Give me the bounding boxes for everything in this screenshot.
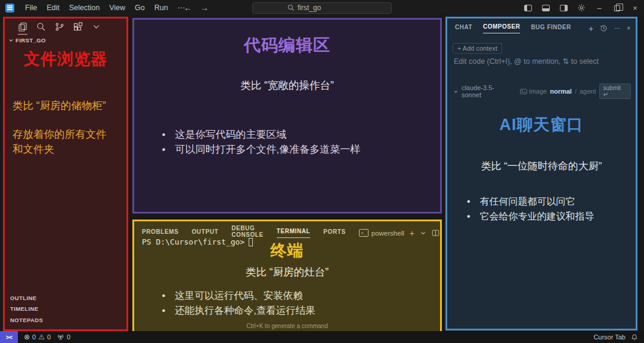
image-label: image: [529, 88, 547, 95]
warning-icon: ⚠: [38, 333, 45, 341]
tab-terminal[interactable]: TERMINAL: [277, 228, 310, 238]
editor-bullet-2: 可以同时打开多个文件,像准备多道菜一样: [175, 142, 360, 157]
sidebar-search-icon[interactable]: [36, 22, 46, 32]
extensions-icon[interactable]: [73, 22, 83, 32]
editor-analogy-text: 类比 “宽敞的操作台”: [134, 78, 440, 92]
ports-status[interactable]: 0: [57, 333, 70, 341]
chat-annotation-title: AI聊天窗口: [447, 114, 636, 135]
chat-more-icon[interactable]: ⋯: [614, 25, 620, 32]
chat-bullet-2: 它会给你专业的建议和指导: [480, 209, 595, 224]
terminal-bullet-1: 这里可以运行代码、安装依赖: [175, 288, 303, 303]
shell-label: powershell: [371, 230, 404, 237]
source-control-icon[interactable]: [55, 22, 64, 32]
bullet-icon: •: [162, 303, 166, 318]
submit-button[interactable]: submit ↵: [599, 84, 631, 99]
bullet-icon: •: [467, 194, 470, 209]
search-icon: [287, 4, 295, 11]
forward-icon[interactable]: →: [200, 3, 209, 13]
shell-selector[interactable]: >_ powershell: [359, 229, 404, 237]
search-input[interactable]: first_go: [252, 2, 392, 14]
ai-chat-annotation-zone: CHAT COMPOSER BUG FINDER + ⋯ × + Add con…: [445, 17, 637, 330]
model-chevron-icon: [453, 89, 459, 94]
warning-count: 0: [47, 333, 51, 341]
menu-view[interactable]: View: [104, 0, 130, 16]
chat-bullet-1: 有任何问题都可以问它: [480, 194, 575, 209]
toggle-left-panel-icon[interactable]: [519, 0, 537, 16]
editor-bullet-list: •这是你写代码的主要区域 •可以同时打开多个文件,像准备多道菜一样: [134, 127, 440, 157]
bell-icon[interactable]: [631, 333, 638, 341]
terminal-annotation-title: 终端: [134, 240, 440, 261]
problems-status[interactable]: ⊗ 0 ⚠ 0: [24, 333, 51, 341]
mode-agent[interactable]: agent: [580, 88, 596, 95]
attach-image-button[interactable]: image: [520, 88, 547, 95]
close-button[interactable]: ×: [626, 0, 644, 16]
error-count: 0: [32, 333, 36, 341]
folder-chevron-icon: [8, 38, 14, 43]
bullet-icon: •: [162, 142, 166, 157]
terminal-analogy-text: 类比 “厨房的灶台”: [134, 265, 440, 279]
status-bar: >< ⊗ 0 ⚠ 0 0 Cursor Tab: [0, 331, 644, 343]
timeline-section[interactable]: TIMELINE: [10, 304, 43, 315]
tab-output[interactable]: OUTPUT: [191, 228, 218, 238]
editor-annotation-title: 代码编辑区: [134, 34, 440, 57]
editor-annotation-zone: 代码编辑区 类比 “宽敞的操作台” •这是你写代码的主要区域 •可以同时打开多个…: [132, 18, 442, 214]
menu-file[interactable]: File: [20, 0, 42, 16]
ports-count: 0: [67, 333, 70, 341]
search-value: first_go: [298, 4, 321, 12]
tab-ports[interactable]: PORTS: [323, 228, 345, 238]
chat-bullet-list: •有任何问题都可以问它 •它会给你专业的建议和指导: [447, 194, 636, 224]
remote-indicator[interactable]: ><: [0, 331, 18, 343]
explorer-analogy-text: 类比 “厨房的储物柜”: [13, 98, 106, 113]
tab-bug-finder[interactable]: BUG FINDER: [531, 24, 571, 33]
add-context-button[interactable]: + Add context: [453, 43, 502, 54]
chat-close-icon[interactable]: ×: [627, 25, 630, 32]
mode-normal[interactable]: normal: [550, 88, 572, 95]
restore-button[interactable]: [608, 0, 626, 16]
explorer-annotation-zone: FIRST_GO 文件浏览器 类比 “厨房的储物柜” 存放着你的所有文件 和文件…: [3, 17, 128, 331]
broadcast-icon: [57, 333, 64, 341]
app-logo-icon[interactable]: [5, 4, 14, 13]
menu-edit[interactable]: Edit: [42, 0, 64, 16]
menu-selection[interactable]: Selection: [64, 0, 104, 16]
toggle-bottom-panel-icon[interactable]: [537, 0, 555, 16]
image-icon: [520, 88, 527, 95]
explorer-files-icon[interactable]: [18, 22, 27, 35]
settings-gear-icon[interactable]: [572, 0, 590, 16]
terminal-bullet-list: •这里可以运行代码、安装依赖 •还能执行各种命令,查看运行结果: [134, 288, 440, 318]
history-icon[interactable]: [600, 24, 608, 32]
chevron-down-icon[interactable]: [92, 22, 101, 31]
terminal-bullet-2: 还能执行各种命令,查看运行结果: [175, 303, 315, 318]
toggle-right-panel-icon[interactable]: [555, 0, 572, 16]
explorer-description-text: 存放着你的所有文件 和文件夹: [13, 127, 107, 157]
terminal-dropdown-icon[interactable]: [420, 230, 426, 236]
tab-chat[interactable]: CHAT: [455, 24, 472, 33]
tab-problems[interactable]: PROBLEMS: [142, 228, 178, 238]
notepads-section[interactable]: NOTEPADS: [10, 315, 43, 326]
bullet-icon: •: [162, 127, 166, 142]
minimize-button[interactable]: –: [590, 0, 608, 16]
editor-bullet-1: 这是你写代码的主要区域: [175, 127, 286, 142]
cursor-tab-status[interactable]: Cursor Tab: [593, 333, 626, 341]
split-terminal-icon[interactable]: [432, 229, 439, 237]
outline-section[interactable]: OUTLINE: [10, 293, 43, 304]
menu-run[interactable]: Run: [150, 0, 173, 16]
bullet-icon: •: [467, 209, 470, 224]
powershell-icon: >_: [359, 229, 369, 237]
terminal-annotation-zone: PROBLEMS OUTPUT DEBUG CONSOLE TERMINAL P…: [132, 220, 442, 333]
project-folder-label: FIRST_GO: [16, 37, 46, 44]
back-icon[interactable]: ←: [184, 3, 192, 13]
new-terminal-icon[interactable]: +: [410, 228, 414, 238]
composer-input-placeholder[interactable]: Edit code (Ctrl+I), @ to mention, ⇅ to s…: [454, 57, 599, 66]
new-chat-icon[interactable]: +: [589, 24, 593, 33]
error-icon: ⊗: [24, 333, 30, 341]
tab-composer[interactable]: COMPOSER: [483, 23, 520, 33]
project-folder-header[interactable]: FIRST_GO: [8, 37, 46, 44]
chat-analogy-text: 类比 “一位随时待命的大厨”: [447, 159, 636, 173]
bullet-icon: •: [162, 288, 166, 303]
terminal-ctrl-k-hint: Ctrl+K to generate a command: [134, 323, 440, 329]
title-bar: File Edit Selection View Go Run ⋯ ← → fi…: [0, 0, 644, 16]
mode-divider: /: [575, 88, 577, 95]
explorer-annotation-title: 文件浏览器: [5, 48, 126, 70]
menu-go[interactable]: Go: [130, 0, 150, 16]
model-selector[interactable]: claude-3.5-sonnet: [462, 84, 513, 98]
